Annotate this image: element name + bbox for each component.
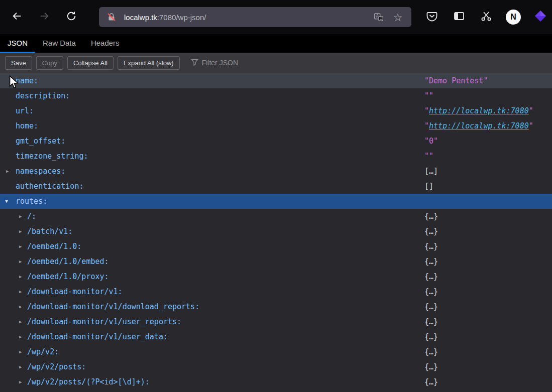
collapsed-arrow-icon[interactable] [19, 284, 22, 299]
json-key: /download-monitor/v1: [0, 284, 123, 299]
extension-scissors-icon [480, 10, 492, 24]
quote: " [424, 121, 429, 130]
json-row-route[interactable]: /oembed/1.0/proxy: {…} [0, 269, 552, 284]
json-row-route[interactable]: /download-monitor/v1: {…} [0, 284, 552, 299]
collapsed-arrow-icon[interactable] [19, 254, 22, 269]
extension-diamond-button[interactable] [531, 8, 549, 26]
browser-toolbar: localwp.tk:7080/wp-json/ A ☆ [0, 0, 552, 34]
json-value: [] [424, 179, 433, 194]
translate-icon[interactable]: A [372, 11, 385, 24]
json-row-route[interactable]: /wp/v2/posts: {…} [0, 359, 552, 374]
collapsed-arrow-icon[interactable] [19, 314, 22, 329]
forward-button[interactable] [35, 8, 53, 26]
back-icon [12, 11, 23, 24]
tab-headers[interactable]: Headers [83, 34, 127, 53]
json-key: /download-monitor/v1/download_reports: [0, 299, 199, 314]
json-row-url[interactable]: url: "http://localwp.tk:7080" [0, 103, 552, 118]
tab-raw-data[interactable]: Raw Data [35, 34, 83, 53]
json-viewer-tabs: JSON Raw Data Headers [0, 34, 552, 53]
json-value: {…} [424, 284, 438, 299]
json-toolbar: Save Copy Collapse All Expand All (slow) [0, 53, 552, 73]
json-key: /oembed/1.0/proxy: [0, 269, 109, 284]
json-value: "0" [424, 134, 438, 149]
json-row-route[interactable]: /download-monitor/v1/user_reports: {…} [0, 314, 552, 329]
insecure-lock-icon[interactable] [105, 11, 118, 24]
json-row-route[interactable]: /wp/v2: {…} [0, 344, 552, 359]
json-key: gmt_offset: [0, 134, 65, 149]
json-row-route[interactable]: /: {…} [0, 209, 552, 224]
json-link[interactable]: http://localwp.tk:7080 [429, 106, 529, 115]
quote: " [529, 106, 533, 115]
json-value: {…} [424, 269, 438, 284]
json-row-routes[interactable]: routes: [0, 194, 552, 209]
copy-button[interactable]: Copy [36, 56, 63, 70]
json-key: /wp/v2/posts: [0, 359, 86, 374]
json-row-gmt-offset[interactable]: gmt_offset: "0" [0, 134, 552, 149]
json-row-authentication[interactable]: authentication: [] [0, 179, 552, 194]
json-key: /batch/v1: [0, 224, 72, 239]
json-key: namespaces: [0, 164, 65, 179]
url-host: localwp.tk [124, 13, 157, 22]
json-key: /: [0, 209, 36, 224]
expanded-arrow-icon[interactable] [5, 194, 8, 209]
json-value: {…} [424, 239, 438, 254]
save-button[interactable]: Save [5, 56, 32, 70]
json-row-namespaces[interactable]: namespaces: […] [0, 164, 552, 179]
json-key: name: [0, 73, 38, 88]
json-value: "http://localwp.tk:7080" [424, 103, 533, 118]
expand-all-button[interactable]: Expand All (slow) [118, 56, 180, 70]
pocket-button[interactable] [423, 8, 441, 26]
collapsed-arrow-icon[interactable] [19, 239, 22, 254]
json-key: /oembed/1.0/embed: [0, 254, 109, 269]
collapse-all-button[interactable]: Collapse All [67, 56, 114, 70]
json-value: {…} [424, 344, 438, 359]
json-row-route[interactable]: /download-monitor/v1/user_data: {…} [0, 329, 552, 344]
json-row-route[interactable]: /download-monitor/v1/download_reports: {… [0, 299, 552, 314]
address-bar[interactable]: localwp.tk:7080/wp-json/ A ☆ [99, 7, 411, 27]
json-key: /wp/v2: [0, 344, 59, 359]
reload-icon [66, 11, 77, 24]
json-key: /oembed/1.0: [0, 239, 81, 254]
json-key: home: [0, 118, 38, 134]
json-key: url: [0, 103, 34, 118]
json-row-route[interactable]: /batch/v1: {…} [0, 224, 552, 239]
account-button[interactable]: N [504, 8, 522, 26]
json-tree-panel: name: "Demo Pentest" description: "" url… [0, 73, 552, 392]
collapsed-arrow-icon[interactable] [19, 299, 22, 314]
collapsed-arrow-icon[interactable] [19, 224, 22, 239]
json-value: […] [424, 164, 438, 179]
forward-icon [39, 11, 50, 24]
json-value: {…} [424, 209, 438, 224]
sidebar-button[interactable] [450, 8, 468, 26]
json-key: /download-monitor/v1/user_reports: [0, 314, 181, 329]
collapsed-arrow-icon[interactable] [19, 209, 22, 224]
json-key: /download-monitor/v1/user_data: [0, 329, 168, 344]
url-text: localwp.tk:7080/wp-json/ [124, 13, 366, 22]
filter-input[interactable] [202, 59, 272, 67]
json-link[interactable]: http://localwp.tk:7080 [429, 121, 529, 130]
json-row-route[interactable]: /oembed/1.0/embed: {…} [0, 254, 552, 269]
back-button[interactable] [8, 8, 26, 26]
json-row-description[interactable]: description: "" [0, 88, 552, 103]
json-row-route[interactable]: /wp/v2/posts/(?P<id>[\d]+): {…} [0, 374, 552, 389]
tab-json[interactable]: JSON [0, 34, 35, 53]
collapsed-arrow-icon[interactable] [19, 359, 22, 374]
bookmark-star-icon[interactable]: ☆ [391, 11, 404, 24]
account-avatar: N [506, 10, 521, 25]
collapsed-arrow-icon[interactable] [19, 374, 22, 389]
sidebar-icon [453, 10, 465, 24]
collapsed-arrow-icon[interactable] [19, 269, 22, 284]
json-key: authentication: [0, 179, 83, 194]
extension-button[interactable] [477, 8, 495, 26]
json-value: "http://localwp.tk:7080" [424, 118, 533, 134]
collapsed-arrow-icon[interactable] [19, 344, 22, 359]
reload-button[interactable] [62, 8, 80, 26]
json-row-name[interactable]: name: "Demo Pentest" [0, 73, 552, 88]
filter-json-box [191, 58, 272, 68]
json-row-timezone-string[interactable]: timezone_string: "" [0, 149, 552, 164]
json-row-route[interactable]: /oembed/1.0: {…} [0, 239, 552, 254]
collapsed-arrow-icon[interactable] [19, 329, 22, 344]
json-row-home[interactable]: home: "http://localwp.tk:7080" [0, 118, 552, 134]
collapsed-arrow-icon[interactable] [6, 164, 9, 179]
url-path: :7080/wp-json/ [157, 13, 206, 22]
